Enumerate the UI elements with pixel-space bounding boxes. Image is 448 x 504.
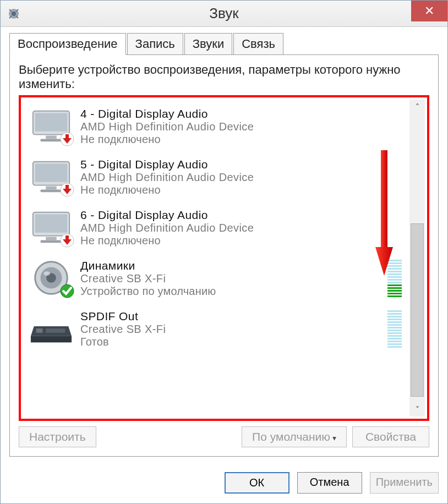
device-list-inner: 4 - Digital Display Audio AMD High Defin… bbox=[23, 100, 409, 417]
meter-bar bbox=[387, 321, 402, 323]
device-name: Динамики bbox=[80, 259, 387, 272]
meter-bar bbox=[387, 327, 402, 328]
monitor-icon bbox=[30, 107, 73, 145]
tab-strip: Воспроизведение Запись Звуки Связь bbox=[9, 32, 439, 54]
meter-bar bbox=[387, 338, 402, 339]
level-meter bbox=[387, 260, 402, 297]
device-name: 5 - Digital Display Audio bbox=[80, 158, 406, 171]
svg-point-1 bbox=[12, 12, 16, 16]
window-title: Звук bbox=[209, 5, 238, 22]
disconnected-badge-icon bbox=[59, 182, 75, 198]
speaker-icon bbox=[30, 259, 73, 297]
device-sub: AMD High Definition Audio Device bbox=[80, 120, 406, 133]
meter-bar bbox=[387, 282, 402, 283]
properties-button[interactable]: Свойства bbox=[352, 426, 429, 447]
svg-rect-5 bbox=[41, 139, 62, 141]
close-button[interactable]: ✕ bbox=[411, 1, 447, 21]
meter-bar bbox=[387, 287, 402, 289]
svg-rect-16 bbox=[46, 237, 57, 240]
device-sub: AMD High Definition Audio Device bbox=[80, 222, 406, 234]
device-status: Не подключено bbox=[80, 184, 406, 196]
meter-bar bbox=[387, 290, 402, 292]
device-row[interactable]: 6 - Digital Display Audio AMD High Defin… bbox=[26, 204, 409, 255]
device-text: Динамики Creative SB X-Fi Устройство по … bbox=[80, 259, 387, 298]
svg-rect-10 bbox=[46, 186, 57, 189]
disconnected-badge-icon bbox=[59, 233, 75, 248]
device-text: 5 - Digital Display Audio AMD High Defin… bbox=[80, 158, 406, 196]
meter-bar bbox=[387, 295, 402, 297]
device-row[interactable]: SPDIF Out Creative SB X-Fi Готов bbox=[26, 305, 409, 356]
cancel-button[interactable]: Отмена bbox=[297, 472, 362, 494]
titlebar: Звук ✕ bbox=[1, 1, 447, 27]
disconnected-badge-icon bbox=[59, 132, 75, 147]
device-listbox[interactable]: 4 - Digital Display Audio AMD High Defin… bbox=[23, 100, 425, 417]
tab-recording[interactable]: Запись bbox=[127, 33, 183, 55]
device-name: 6 - Digital Display Audio bbox=[80, 209, 406, 222]
device-status: Не подключено bbox=[80, 234, 406, 247]
svg-point-23 bbox=[43, 271, 50, 276]
dialog-button-row: ОК Отмена Применить bbox=[1, 465, 447, 503]
dialog-content: Воспроизведение Запись Звуки Связь Выбер… bbox=[1, 27, 447, 465]
svg-rect-3 bbox=[35, 113, 68, 131]
svg-rect-11 bbox=[41, 189, 62, 192]
device-sub: Creative SB X-Fi bbox=[80, 272, 387, 285]
meter-bar bbox=[387, 262, 402, 264]
meter-bar bbox=[387, 324, 402, 326]
meter-bar bbox=[387, 276, 402, 278]
app-icon bbox=[7, 7, 20, 20]
default-check-icon bbox=[59, 283, 75, 299]
close-icon: ✕ bbox=[424, 4, 434, 18]
instruction-text: Выберите устройство воспроизведения, пар… bbox=[19, 63, 429, 92]
panel-button-row: Настроить По умолчанию Свойства bbox=[19, 426, 429, 447]
scroll-down-icon[interactable]: ˅ bbox=[409, 402, 425, 417]
device-status: Готов bbox=[80, 336, 387, 348]
svg-rect-27 bbox=[36, 328, 43, 333]
svg-rect-4 bbox=[46, 135, 57, 139]
tab-playback[interactable]: Воспроизведение bbox=[9, 33, 126, 55]
meter-bar bbox=[387, 332, 402, 334]
meter-bar bbox=[387, 330, 402, 331]
meter-bar bbox=[387, 335, 402, 337]
device-row[interactable]: Динамики Creative SB X-Fi Устройство по … bbox=[26, 255, 409, 305]
meter-bar bbox=[387, 265, 402, 267]
tab-communications[interactable]: Связь bbox=[233, 33, 283, 55]
device-text: 6 - Digital Display Audio AMD High Defin… bbox=[80, 209, 406, 247]
spdif-icon bbox=[30, 310, 73, 347]
playback-panel: Выберите устройство воспроизведения, пар… bbox=[9, 54, 439, 457]
meter-bar bbox=[387, 271, 402, 272]
device-text: SPDIF Out Creative SB X-Fi Готов bbox=[80, 310, 387, 348]
svg-rect-15 bbox=[35, 214, 68, 232]
ok-button[interactable]: ОК bbox=[225, 472, 289, 494]
meter-bar bbox=[387, 313, 402, 315]
scroll-up-icon[interactable]: ˄ bbox=[409, 100, 425, 114]
device-status: Не подключено bbox=[80, 133, 406, 146]
tab-sounds[interactable]: Звуки bbox=[184, 33, 232, 55]
sound-dialog-window: Звук ✕ Воспроизведение Запись Звуки Связ… bbox=[0, 0, 448, 504]
device-row[interactable]: 5 - Digital Display Audio AMD High Defin… bbox=[26, 154, 409, 204]
device-status: Устройство по умолчанию bbox=[80, 285, 387, 298]
set-default-button[interactable]: По умолчанию bbox=[242, 426, 347, 447]
device-row[interactable]: 4 - Digital Display Audio AMD High Defin… bbox=[26, 103, 409, 154]
meter-bar bbox=[387, 273, 402, 275]
device-text: 4 - Digital Display Audio AMD High Defin… bbox=[80, 107, 406, 146]
meter-bar bbox=[387, 346, 402, 348]
highlight-frame: 4 - Digital Display Audio AMD High Defin… bbox=[19, 95, 429, 421]
monitor-icon bbox=[30, 209, 73, 246]
meter-bar bbox=[387, 310, 402, 312]
meter-bar bbox=[387, 284, 402, 286]
meter-bar bbox=[387, 341, 402, 342]
svg-rect-28 bbox=[46, 328, 65, 333]
configure-button[interactable]: Настроить bbox=[19, 426, 96, 447]
monitor-icon bbox=[30, 158, 73, 195]
scroll-thumb[interactable] bbox=[411, 223, 424, 397]
apply-button[interactable]: Применить bbox=[370, 472, 439, 494]
device-name: 4 - Digital Display Audio bbox=[80, 107, 406, 120]
meter-bar bbox=[387, 343, 402, 345]
meter-bar bbox=[387, 319, 402, 320]
device-sub: Creative SB X-Fi bbox=[80, 323, 387, 336]
scrollbar[interactable]: ˄ ˅ bbox=[409, 100, 425, 417]
svg-rect-17 bbox=[41, 240, 62, 243]
level-meter bbox=[387, 310, 402, 348]
meter-bar bbox=[387, 293, 402, 294]
scroll-track[interactable] bbox=[409, 114, 425, 402]
